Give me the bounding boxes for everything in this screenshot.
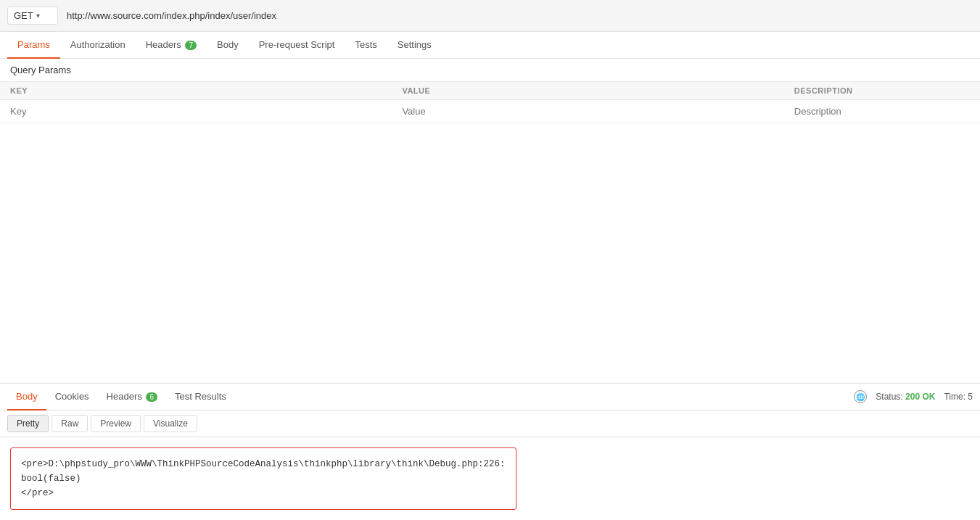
response-line-3: </pre> [21, 486, 506, 500]
tab-test-results[interactable]: Test Results [166, 384, 235, 410]
tab-headers-label: Headers [146, 39, 181, 50]
url-input[interactable] [64, 7, 973, 24]
table-row [0, 100, 980, 123]
desc-cell[interactable] [784, 100, 980, 123]
tab-settings[interactable]: Settings [387, 32, 442, 59]
tab-response-headers-label: Headers [107, 391, 142, 402]
col-value-header: VALUE [392, 82, 783, 100]
params-table: KEY VALUE DESCRIPTION [0, 81, 980, 123]
value-input[interactable] [402, 106, 773, 117]
subtab-preview[interactable]: Preview [91, 415, 141, 432]
key-cell[interactable] [0, 100, 392, 123]
col-desc-header: DESCRIPTION [784, 82, 980, 100]
tab-cookies[interactable]: Cookies [46, 384, 98, 410]
tabs-top: Params Authorization Headers 7 Body Pre-… [0, 32, 980, 59]
key-input[interactable] [10, 106, 382, 117]
response-status: 🌐 Status: 200 OK Time: 5 [854, 390, 973, 403]
table-header-row: KEY VALUE DESCRIPTION [0, 82, 980, 100]
status-label: Status: 200 OK [876, 392, 935, 402]
tab-body[interactable]: Body [207, 32, 249, 59]
desc-input[interactable] [794, 106, 970, 117]
tab-authorization[interactable]: Authorization [60, 32, 136, 59]
globe-icon: 🌐 [854, 390, 867, 403]
headers-badge: 7 [185, 41, 197, 50]
response-headers-badge: 6 [146, 392, 157, 402]
tab-headers[interactable]: Headers 7 [136, 32, 207, 59]
response-body-area: <pre>D:\phpstudy_pro\WWW\ThinkPHPSourceC… [0, 437, 980, 520]
response-line-2: bool(false) [21, 471, 506, 486]
tab-tests[interactable]: Tests [345, 32, 387, 59]
chevron-down-icon: ▾ [36, 12, 40, 20]
tab-response-headers[interactable]: Headers 6 [98, 384, 166, 410]
value-cell[interactable] [392, 100, 783, 123]
tabs-bottom: Body Cookies Headers 6 Test Results 🌐 St… [0, 384, 980, 410]
response-section: Body Cookies Headers 6 Test Results 🌐 St… [0, 383, 980, 520]
response-code-box: <pre>D:\phpstudy_pro\WWW\ThinkPHPSourceC… [10, 447, 516, 510]
subtab-raw[interactable]: Raw [52, 415, 88, 432]
time-label: Time: 5 [944, 392, 973, 402]
response-line-1: <pre>D:\phpstudy_pro\WWW\ThinkPHPSourceC… [21, 457, 506, 471]
query-params-header: Query Params [0, 59, 980, 81]
time-value: 5 [968, 392, 973, 402]
col-key-header: KEY [0, 82, 392, 100]
url-bar: GET ▾ [0, 0, 980, 32]
method-label: GET [14, 10, 33, 21]
tab-prerequest[interactable]: Pre-request Script [249, 32, 345, 59]
subtabs: Pretty Raw Preview Visualize [0, 410, 980, 437]
query-params-section: Query Params KEY VALUE DESCRIPTION [0, 59, 980, 383]
subtab-visualize[interactable]: Visualize [144, 415, 197, 432]
subtab-pretty[interactable]: Pretty [7, 415, 49, 432]
status-value: 200 OK [905, 392, 935, 402]
tab-response-body[interactable]: Body [7, 384, 46, 410]
tab-params[interactable]: Params [7, 32, 60, 59]
method-select[interactable]: GET ▾ [7, 7, 58, 25]
